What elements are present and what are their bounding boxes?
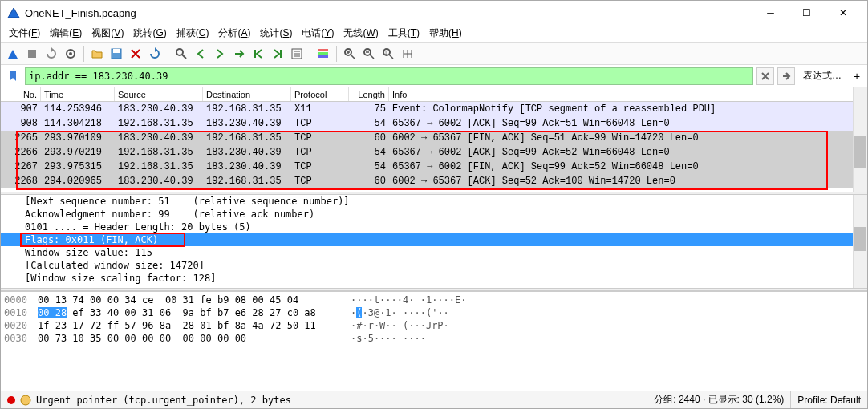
apply-filter-icon[interactable]	[777, 67, 795, 85]
svg-rect-9	[318, 55, 328, 58]
detail-line[interactable]: [Next sequence number: 51 (relative sequ…	[1, 195, 867, 208]
zoom-out-icon[interactable]	[360, 45, 378, 63]
go-last-icon[interactable]	[269, 45, 286, 63]
go-forward-icon[interactable]	[211, 45, 229, 63]
menu-s[interactable]: 统计(S)	[255, 25, 297, 42]
colorize-icon[interactable]	[314, 45, 332, 63]
hex-row[interactable]: 003000 73 10 35 00 00 00 00 00 00 00 00·…	[4, 332, 864, 345]
toolbar-separator	[168, 46, 168, 62]
svg-rect-8	[318, 52, 328, 55]
restart-capture-icon[interactable]	[43, 45, 60, 63]
status-packets: 分组: 2440 · 已显示: 30 (1.2%)	[647, 391, 791, 408]
svg-rect-0	[28, 50, 36, 58]
packet-row[interactable]: 2266293.970219192.168.31.35183.230.40.39…	[1, 145, 867, 160]
reload-file-icon[interactable]	[146, 45, 164, 63]
svg-point-14	[21, 395, 30, 405]
minimize-button[interactable]: ─	[752, 1, 789, 25]
maximize-button[interactable]: ☐	[789, 1, 825, 25]
toolbar-separator	[83, 46, 84, 62]
start-capture-icon[interactable]	[4, 45, 22, 63]
menu-t[interactable]: 工具(T)	[383, 25, 424, 42]
packet-row[interactable]: 2268294.020965183.230.40.39192.168.31.35…	[1, 174, 867, 188]
stop-capture-icon[interactable]	[23, 45, 41, 63]
packet-column-header[interactable]: Time	[41, 87, 115, 101]
save-file-icon[interactable]	[107, 45, 125, 63]
svg-point-5	[176, 49, 183, 55]
packet-row[interactable]: 908114.304218192.168.31.35183.230.40.39T…	[1, 116, 867, 131]
hex-row[interactable]: 00201f 23 17 72 ff 57 96 8a 28 01 bf 8a …	[4, 319, 864, 332]
open-file-icon[interactable]	[88, 45, 106, 63]
svg-point-2	[69, 52, 72, 55]
detail-line[interactable]: 0101 .... = Header Length: 20 bytes (5)	[1, 221, 867, 233]
window-title: OneNET_Finish.pcapng	[25, 7, 752, 19]
zoom-in-icon[interactable]	[341, 45, 359, 63]
go-to-packet-icon[interactable]	[230, 45, 248, 63]
bookmark-icon[interactable]	[4, 67, 22, 85]
menu-f[interactable]: 文件(F)	[4, 25, 45, 42]
packet-column-header[interactable]: Protocol	[291, 87, 349, 101]
detail-line[interactable]: Window size value: 115	[1, 246, 867, 259]
menu-v[interactable]: 视图(V)	[87, 25, 128, 42]
hex-row[interactable]: 000000 13 74 00 00 34 ce 00 31 fe b9 08 …	[4, 294, 864, 306]
resize-columns-icon[interactable]	[399, 45, 416, 63]
titlebar: OneNET_Finish.pcapng ─ ☐ ✕	[1, 1, 867, 25]
zoom-reset-icon[interactable]: 1	[379, 45, 397, 63]
svg-rect-4	[113, 49, 120, 53]
packet-row[interactable]: 2267293.975315192.168.31.35183.230.40.39…	[1, 160, 867, 174]
display-filter-input[interactable]	[25, 67, 753, 85]
expert-info-icon[interactable]	[20, 395, 31, 406]
packet-column-header[interactable]: Info	[389, 87, 867, 101]
packet-column-header[interactable]: Destination	[203, 87, 291, 101]
details-scrollbar[interactable]	[853, 195, 867, 288]
svg-text:1: 1	[384, 50, 387, 55]
menu-c[interactable]: 捕获(C)	[172, 25, 214, 42]
menubar: 文件(F)编辑(E)视图(V)跳转(G)捕获(C)分析(A)统计(S)电话(Y)…	[1, 25, 867, 43]
packet-list[interactable]: No.TimeSourceDestinationProtocolLengthIn…	[1, 87, 867, 192]
packet-column-header[interactable]: No.	[1, 87, 41, 101]
status-hint: Urgent pointer (tcp.urgent_pointer), 2 b…	[36, 395, 291, 406]
packet-column-header[interactable]: Length	[349, 87, 389, 101]
toolbar-separator	[310, 46, 310, 62]
toolbar: 1	[1, 43, 867, 65]
close-file-icon[interactable]	[127, 45, 144, 63]
capture-options-icon[interactable]	[62, 45, 79, 63]
svg-rect-7	[318, 49, 328, 51]
packet-details[interactable]: [Next sequence number: 51 (relative sequ…	[1, 195, 867, 288]
menu-g[interactable]: 跳转(G)	[128, 25, 171, 42]
menu-e[interactable]: 编辑(E)	[45, 25, 87, 42]
packet-row[interactable]: 907114.253946183.230.40.39192.168.31.35X…	[1, 102, 867, 116]
go-first-icon[interactable]	[249, 45, 267, 63]
detail-line[interactable]: [Calculated window size: 14720]	[1, 259, 867, 272]
find-packet-icon[interactable]	[172, 45, 190, 63]
packet-list-scrollbar[interactable]	[853, 87, 867, 192]
statusbar: Urgent pointer (tcp.urgent_pointer), 2 b…	[1, 391, 867, 408]
filter-expression-button[interactable]: 表达式…	[798, 69, 846, 83]
menu-h[interactable]: 帮助(H)	[424, 25, 467, 42]
clear-filter-icon[interactable]	[756, 67, 774, 85]
menu-a[interactable]: 分析(A)	[213, 25, 255, 42]
detail-line[interactable]: Acknowledgment number: 99 (relative ack …	[1, 208, 867, 221]
go-back-icon[interactable]	[192, 45, 209, 63]
menu-w[interactable]: 无线(W)	[339, 25, 383, 42]
packet-bytes[interactable]: 000000 13 74 00 00 34 ce 00 31 fe b9 08 …	[1, 291, 867, 391]
toolbar-separator	[336, 46, 337, 62]
packet-column-header[interactable]: Source	[115, 87, 203, 101]
filter-bar: 表达式… +	[1, 65, 867, 87]
add-filter-button[interactable]: +	[850, 70, 864, 83]
close-button[interactable]: ✕	[825, 1, 861, 25]
app-icon	[7, 6, 20, 19]
status-profile[interactable]: Profile: Default	[791, 391, 867, 408]
menu-y[interactable]: 电话(Y)	[297, 25, 339, 42]
hex-row[interactable]: 001000 28 ef 33 40 00 31 06 9a bf b7 e6 …	[4, 306, 864, 319]
detail-line[interactable]: [Window size scaling factor: 128]	[1, 272, 867, 285]
auto-scroll-icon[interactable]	[288, 45, 306, 63]
packet-row[interactable]: 2265293.970109183.230.40.39192.168.31.35…	[1, 131, 867, 145]
capture-indicator-icon	[7, 396, 15, 404]
detail-line[interactable]: Flags: 0x011 (FIN, ACK)	[1, 233, 867, 246]
